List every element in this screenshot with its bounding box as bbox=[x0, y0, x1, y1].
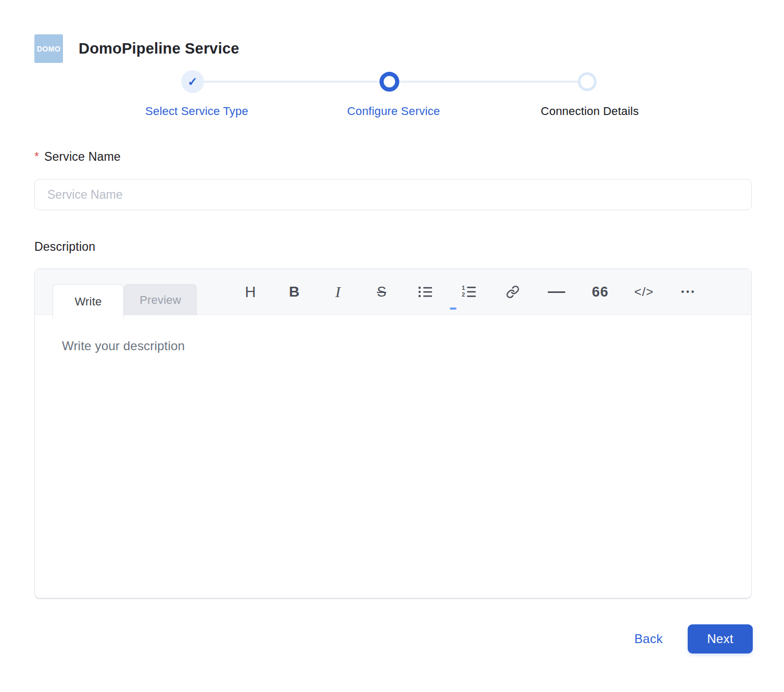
step-label-select-service-type[interactable]: Select Service Type bbox=[145, 105, 248, 118]
back-button[interactable]: Back bbox=[634, 632, 663, 646]
service-name-input[interactable] bbox=[34, 179, 752, 210]
quote-icon: 66 bbox=[592, 284, 609, 300]
toolbar-code-button[interactable]: </> bbox=[622, 269, 666, 315]
toolbar-link-button[interactable] bbox=[491, 269, 535, 315]
description-editor: Write Preview H B I S bbox=[34, 268, 752, 598]
toolbar-italic-button[interactable]: I bbox=[316, 269, 360, 315]
footer-actions: Back Next bbox=[34, 624, 753, 653]
service-name-label-row: * Service Name bbox=[34, 150, 121, 164]
heading-icon: H bbox=[245, 284, 256, 301]
step-label-configure-service[interactable]: Configure Service bbox=[347, 105, 440, 118]
editor-header: Write Preview H B I S bbox=[35, 269, 751, 315]
step-upcoming-circle[interactable] bbox=[578, 72, 597, 91]
domo-logo-text: DOMO bbox=[37, 45, 61, 53]
more-options-icon: ••• bbox=[679, 287, 697, 297]
editor-toolbar: H B I S bbox=[229, 269, 710, 315]
toolbar-strikethrough-button[interactable]: S bbox=[360, 269, 403, 315]
ordered-list-icon: 1 2 bbox=[462, 285, 476, 299]
svg-text:2: 2 bbox=[462, 291, 465, 298]
description-textarea[interactable] bbox=[35, 315, 751, 598]
next-button[interactable]: Next bbox=[688, 624, 753, 653]
app-header: DOMO DomoPipeline Service bbox=[34, 34, 239, 63]
step-label-connection-details[interactable]: Connection Details bbox=[541, 105, 639, 118]
page: DOMO DomoPipeline Service ✓ Select Servi… bbox=[0, 0, 784, 692]
italic-icon: I bbox=[335, 283, 340, 301]
step-current-circle[interactable] bbox=[380, 72, 399, 92]
tab-preview[interactable]: Preview bbox=[124, 284, 197, 315]
horizontal-rule-icon bbox=[548, 291, 565, 293]
bold-icon: B bbox=[289, 284, 299, 300]
link-icon bbox=[506, 285, 520, 299]
editor-body bbox=[35, 315, 751, 598]
svg-text:1: 1 bbox=[462, 285, 465, 291]
toolbar-quote-button[interactable]: 66 bbox=[578, 269, 622, 315]
required-asterisk: * bbox=[34, 150, 39, 164]
service-name-label: Service Name bbox=[44, 150, 121, 164]
page-title: DomoPipeline Service bbox=[79, 40, 239, 57]
description-label: Description bbox=[34, 240, 95, 254]
tab-write-label: Write bbox=[75, 295, 102, 309]
tab-preview-label: Preview bbox=[140, 293, 181, 307]
code-icon: </> bbox=[634, 285, 654, 299]
unordered-list-icon bbox=[418, 286, 433, 298]
strikethrough-icon: S bbox=[377, 284, 386, 300]
stepper: ✓ Select Service Type Configure Service … bbox=[34, 68, 752, 125]
description-label-row: Description bbox=[34, 240, 95, 254]
tab-write[interactable]: Write bbox=[53, 284, 124, 319]
toolbar-unordered-list-button[interactable] bbox=[403, 269, 447, 315]
toolbar-horizontal-rule-button[interactable] bbox=[535, 269, 578, 315]
step-completed-circle[interactable]: ✓ bbox=[181, 70, 204, 93]
check-icon: ✓ bbox=[187, 76, 197, 88]
toolbar-more-button[interactable]: ••• bbox=[666, 269, 710, 315]
toolbar-bold-button[interactable]: B bbox=[272, 269, 316, 315]
stray-blue-mark bbox=[450, 307, 457, 310]
domo-logo: DOMO bbox=[34, 34, 63, 63]
toolbar-heading-button[interactable]: H bbox=[229, 269, 272, 315]
